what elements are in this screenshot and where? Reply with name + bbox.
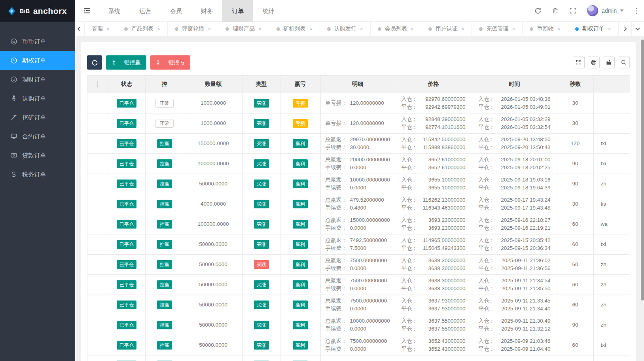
result-badge: 赢利 [293,159,308,168]
time-cell: 入仓：2025-09-17 19:43:24平仓：2025-09-17 19:4… [472,194,557,214]
status-badge: 已平仓 [117,180,136,188]
sidebar-item-mining-orders[interactable]: 挖矿订单 [0,108,75,127]
control-button[interactable]: 控赢 [157,301,172,309]
time-cell: 入仓：2025-09-11 21:33:45平仓：2025-09-11 21:3… [472,295,557,315]
tab-期权订单[interactable]: 期权订单× [568,22,619,36]
cell-label: 入仓： [402,337,418,345]
avatar[interactable] [587,5,599,17]
refresh-table-button[interactable] [87,55,102,70]
control-button[interactable]: 控赢 [157,159,172,168]
scrollbar-thumb[interactable] [641,40,644,301]
tab-币回收[interactable]: 币回收× [523,22,568,36]
sidebar-item-subscribe-orders[interactable]: 认购订单 [0,89,75,108]
tab-close-icon[interactable]: × [309,26,313,32]
sidebar-item-finance-orders[interactable]: G理财订单 [0,70,75,89]
price-cell: 入仓：3655.10000000平仓：3655.10000000 [395,174,472,194]
export-icon[interactable] [603,57,615,68]
cell-value: 2025-09-18 20:01:00 [501,156,550,164]
control-button[interactable]: 控赢 [157,220,172,229]
tab-充值管理[interactable]: 充值管理× [472,22,523,36]
user-menu[interactable]: admin [587,5,624,17]
sidebar-item-coin-orders[interactable]: cc币币订单 [0,32,75,51]
control-button[interactable]: 控赢 [157,200,172,208]
control-cell: 正常 [145,113,184,133]
sidebar-item-option-orders[interactable]: 期权订单 [0,51,75,70]
search-zoom-icon[interactable] [618,57,630,68]
tab-close-icon[interactable]: × [608,26,611,32]
tab-弹窗轮播[interactable]: 弹窗轮播× [168,22,218,36]
control-button[interactable]: 控赢 [157,260,172,269]
tab-label: 弹窗轮播 [182,25,204,32]
tab-矿机列表[interactable]: 矿机列表× [269,22,320,36]
result-badge: 赢利 [293,301,308,309]
column-header: 数量额 [184,76,242,93]
sidebar-item-contract-orders[interactable]: 合约订单 [0,127,75,146]
status-cell: 已平仓 [108,214,145,234]
control-button[interactable]: 控赢 [157,139,172,148]
status-badge: 已平仓 [117,341,136,350]
sidebar-item-loan-orders[interactable]: 贷款订单 [0,146,75,165]
tab-close-icon[interactable]: × [157,26,160,32]
tabs-scroll-right-icon[interactable] [619,22,631,36]
amount-cell: 50000.0000 [184,234,242,254]
cell-label: 总赢返： [326,216,347,224]
tab-label: 期权订单 [582,25,604,32]
control-button[interactable]: 控赢 [157,240,172,249]
print-icon[interactable] [588,57,600,68]
user-cell: zh [593,174,630,194]
table-row: 已平仓控赢50000.0000买涨赢利总赢返：7492.50000000手续费：… [87,234,630,254]
tabs-dropdown-icon[interactable] [631,22,644,36]
control-cell: 控赢 [145,355,184,361]
tab-产品列表[interactable]: 产品列表× [117,22,168,36]
tab-close-icon[interactable]: × [208,26,211,32]
control-button[interactable]: 控赢 [157,180,172,188]
tab-close-icon[interactable]: × [360,26,363,32]
tab-close-icon[interactable]: × [411,26,414,32]
table-row: 已平仓控赢50000.0000买涨赢利总赢返：7500.00000000手续费：… [87,295,630,315]
column-header: 状态 [108,76,145,93]
cell-value: 0.0000 [350,285,366,293]
row-select-cell [87,93,108,113]
top-menu-item[interactable]: 财务 [191,0,222,22]
tab-用户认证[interactable]: 用户认证× [421,22,472,36]
control-button[interactable]: 控赢 [157,321,172,329]
row-select-cell [87,214,108,234]
top-menu-item[interactable]: 系统 [99,0,130,22]
orders-table: 状态控数量额类型赢亏明细价格时间秒数 已平仓正常1000.0000买涨亏损单亏损… [87,75,630,361]
control-button[interactable]: 正常 [155,99,174,108]
columns-filter-icon[interactable] [573,57,585,68]
result-badge: 赢利 [293,220,308,229]
trash-icon[interactable] [552,7,559,14]
control-button[interactable]: 正常 [155,119,174,128]
person-icon [10,95,17,102]
type-badge: 买涨 [254,321,269,329]
control-button[interactable]: 控赢 [157,280,172,289]
status-cell: 已平仓 [108,335,145,355]
top-menu-item[interactable]: 运营 [130,0,161,22]
cell-label: 平仓： [402,164,418,172]
fullscreen-icon[interactable] [569,7,576,14]
force-lose-button[interactable]: ↧ 一键控亏 [150,55,191,70]
tab-close-icon[interactable]: × [258,26,261,32]
tab-认购发行[interactable]: 认购发行× [320,22,371,36]
amount-cell: 50000.0000 [184,295,242,315]
tab-会员列表[interactable]: 会员列表× [371,22,421,36]
top-menu-item[interactable]: 会员 [161,0,191,22]
sidebar-toggle-icon[interactable] [75,0,99,22]
tab-理财产品[interactable]: 理财产品× [218,22,269,36]
control-button[interactable]: 控赢 [157,341,172,350]
tab-close-icon[interactable]: × [461,26,464,32]
force-win-button[interactable]: ↥ 一键控赢 [106,55,146,70]
tab-close-icon[interactable]: × [557,26,560,32]
select-all-checkbox[interactable] [97,81,98,88]
sidebar-item-tax-orders[interactable]: 税务订单 [0,165,75,184]
tab-close-icon[interactable]: × [106,26,110,32]
tab-管理[interactable]: 管理× [85,22,117,36]
cell-label: 入仓： [402,196,418,204]
top-menu-item[interactable]: 订单 [222,0,253,22]
tabs-scroll-left-icon[interactable] [75,22,85,36]
tab-close-icon[interactable]: × [512,26,515,32]
refresh-icon[interactable] [534,7,542,14]
top-menu-item[interactable]: 统计 [253,0,284,22]
more-options-icon[interactable] [634,7,638,15]
